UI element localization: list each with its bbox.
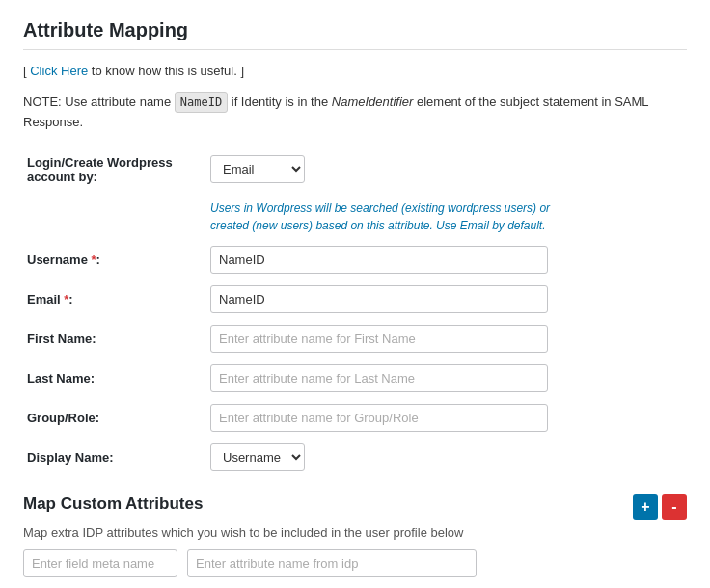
custom-attr-buttons: + - (633, 494, 687, 520)
username-row: Username *: (23, 240, 687, 280)
custom-attributes-section: Map Custom Attributes + - Map extra IDP … (23, 494, 687, 577)
custom-attr-inputs (23, 549, 687, 577)
field-meta-name-input[interactable] (23, 549, 178, 577)
email-required: * (64, 292, 68, 307)
username-cell (206, 240, 687, 280)
click-here-link[interactable]: Click Here (30, 64, 88, 78)
lastname-row: Last Name: (23, 359, 687, 398)
login-label: Login/Create Wordpress account by: (23, 149, 206, 190)
add-custom-attr-button[interactable]: + (633, 494, 658, 520)
custom-attr-header: Map Custom Attributes + - (23, 494, 687, 520)
firstname-cell (206, 319, 687, 359)
grouprole-row: Group/Role: (23, 398, 687, 438)
displayname-row: Display Name: Username Email NameID (23, 438, 687, 477)
click-here-row: [ Click Here to know how this is useful.… (23, 64, 687, 78)
email-cell (206, 280, 687, 319)
login-hint-text: Users in Wordpress will be searched (exi… (210, 200, 558, 234)
attribute-name-idp-input[interactable] (187, 549, 477, 577)
title-divider (23, 49, 687, 50)
displayname-cell: Username Email NameID (206, 438, 687, 477)
remove-custom-attr-button[interactable]: - (662, 494, 687, 520)
login-row: Login/Create Wordpress account by: Email… (23, 149, 687, 190)
login-select[interactable]: Email Username NameID (210, 155, 305, 183)
attribute-mapping-table: Login/Create Wordpress account by: Email… (23, 149, 687, 477)
lastname-input[interactable] (210, 364, 548, 392)
page-title: Attribute Mapping (23, 19, 687, 41)
grouprole-label: Group/Role: (23, 398, 206, 438)
username-input[interactable] (210, 246, 548, 274)
displayname-label: Display Name: (23, 438, 206, 477)
firstname-input[interactable] (210, 325, 548, 353)
lastname-label: Last Name: (23, 359, 206, 398)
grouprole-cell (206, 398, 687, 438)
email-input[interactable] (210, 285, 548, 313)
note-italic: NameIdentifier (332, 94, 414, 109)
login-hint-row: Users in Wordpress will be searched (exi… (23, 190, 687, 240)
click-here-suffix: to know how this is useful. ] (88, 64, 244, 78)
note-middle: if Identity is in the (228, 94, 332, 109)
custom-attr-title: Map Custom Attributes (23, 494, 203, 514)
note-prefix: NOTE: Use attribute name (23, 94, 175, 109)
grouprole-input[interactable] (210, 404, 548, 432)
login-select-cell: Email Username NameID (206, 149, 687, 190)
displayname-select[interactable]: Username Email NameID (210, 443, 305, 471)
email-row: Email *: (23, 280, 687, 319)
firstname-label: First Name: (23, 319, 206, 359)
username-required: * (91, 253, 96, 267)
nameid-badge: NameID (175, 92, 228, 113)
username-label: Username *: (23, 240, 206, 280)
email-label: Email *: (23, 280, 206, 319)
firstname-row: First Name: (23, 319, 687, 359)
note-row: NOTE: Use attribute name NameID if Ident… (23, 92, 687, 132)
lastname-cell (206, 359, 687, 398)
custom-attr-description: Map extra IDP attributes which you wish … (23, 525, 687, 540)
